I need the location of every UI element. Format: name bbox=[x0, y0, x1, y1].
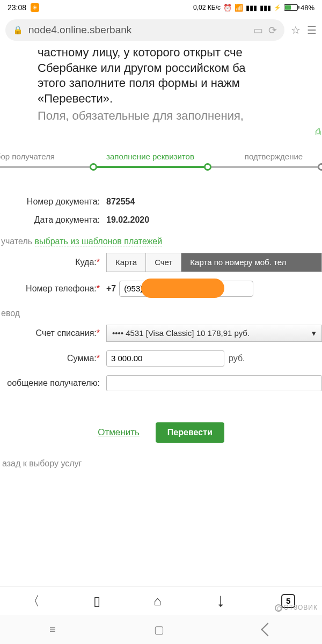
star-icon[interactable]: ☆ bbox=[291, 24, 301, 36]
transfer-section: евод bbox=[0, 301, 322, 320]
nav-bookmarks-icon[interactable]: ▯ bbox=[93, 594, 100, 609]
menu-icon[interactable]: ☰ bbox=[307, 24, 317, 36]
intro-sub: Поля, обязательные для заполнения, bbox=[38, 108, 322, 124]
lock-icon: 🔒 bbox=[13, 25, 23, 35]
amount-input[interactable] bbox=[106, 350, 224, 367]
doc-date-label: Дата документа: bbox=[0, 215, 106, 225]
message-label: ообщение получателю: bbox=[0, 378, 106, 388]
step-dot bbox=[204, 163, 211, 171]
transfer-form: Номер документа: 872554 Дата документа: … bbox=[0, 193, 322, 469]
amount-label: Сумма:* bbox=[0, 354, 106, 363]
currency-label: руб. bbox=[229, 354, 245, 363]
wifi-icon: 📶 bbox=[235, 4, 243, 12]
step-dot bbox=[318, 163, 322, 171]
browser-address-bar: 🔒 node4.online.sberbank ▭ ⟳ ☆ ☰ bbox=[0, 15, 322, 45]
browser-bottom-nav: 〈 ▯ ⌂ ⭣ 5 bbox=[0, 586, 322, 615]
account-label: Счет списания:* bbox=[0, 328, 106, 338]
signal-icon-1: ▮▮▮ bbox=[246, 4, 257, 12]
data-speed: 0,02 КБ/с bbox=[193, 4, 221, 11]
reload-icon[interactable]: ⟳ bbox=[268, 24, 277, 36]
intro-line: частному лицу, у которого открыт сче bbox=[38, 45, 322, 61]
doc-num-label: Номер документа: bbox=[0, 197, 106, 207]
destination-tabs: Карта Счет Карта по номеру моб. тел bbox=[106, 253, 322, 272]
status-bar: 23:08 0,02 КБ/с ⏰ 📶 ▮▮▮ ▮▮▮ ⚡ 48% bbox=[0, 0, 322, 15]
watermark: ОТЗОВИК bbox=[275, 604, 318, 612]
recipient-section: учатель выбрать из шаблонов платежей bbox=[0, 229, 322, 248]
tab-account[interactable]: Счет bbox=[146, 253, 181, 272]
doc-num-value: 872554 bbox=[106, 197, 135, 207]
back-link[interactable]: азад к выбору услуг bbox=[0, 443, 322, 469]
alarm-icon: ⏰ bbox=[223, 4, 232, 12]
tab-mobile[interactable]: Карта по номеру моб. тел bbox=[181, 253, 321, 272]
phone-prefix: +7 bbox=[106, 284, 116, 294]
nav-back-icon[interactable]: 〈 bbox=[27, 592, 40, 610]
intro-text: частному лицу, у которого открыт сче Сбе… bbox=[0, 45, 322, 124]
chevron-down-icon: ▾ bbox=[312, 328, 316, 338]
progress-steps: выбор получателя заполнение реквизитов п… bbox=[0, 149, 322, 175]
tab-card[interactable]: Карта bbox=[107, 253, 146, 272]
doc-date-value: 19.02.2020 bbox=[106, 215, 149, 225]
status-time: 23:08 bbox=[8, 3, 26, 12]
cancel-button[interactable]: Отменить bbox=[98, 427, 140, 438]
intro-line: «Перевести». bbox=[38, 91, 322, 107]
nav-home-icon[interactable]: ⌂ bbox=[153, 594, 162, 609]
step-details[interactable]: заполнение реквизитов bbox=[102, 152, 199, 161]
intro-line: этого заполните поля формы и нажм bbox=[38, 76, 322, 91]
account-select[interactable]: •••• 4531 [Visa Classic] 10 178,91 руб. … bbox=[106, 325, 322, 342]
phone-label: Номер телефона:* bbox=[0, 284, 106, 294]
system-nav: ≡ ▢ bbox=[0, 615, 322, 644]
nav-download-icon[interactable]: ⭣ bbox=[215, 594, 228, 609]
message-input[interactable] bbox=[106, 375, 322, 391]
signal-icon-2: ▮▮▮ bbox=[260, 4, 271, 12]
template-link[interactable]: выбрать из шаблонов платежей bbox=[35, 237, 163, 246]
bolt-icon: ⚡ bbox=[274, 4, 281, 11]
reader-icon[interactable]: ▭ bbox=[253, 24, 263, 36]
bookmark-star-icon[interactable]: ⎙ bbox=[0, 124, 322, 140]
sys-back-icon[interactable] bbox=[261, 623, 274, 636]
dest-label: Куда:* bbox=[0, 258, 106, 267]
battery-percent: 48% bbox=[301, 4, 314, 12]
url-field[interactable]: 🔒 node4.online.sberbank ▭ ⟳ bbox=[5, 19, 284, 41]
step-confirm[interactable]: подтверждение bbox=[225, 152, 322, 161]
account-value: •••• 4531 [Visa Classic] 10 178,91 руб. bbox=[112, 328, 250, 338]
url-text: node4.online.sberbank bbox=[28, 24, 248, 36]
submit-button[interactable]: Перевести bbox=[156, 422, 224, 443]
weather-icon bbox=[31, 3, 39, 12]
redaction-mark bbox=[141, 279, 224, 298]
intro-line: Сбербанке или другом российском ба bbox=[38, 61, 322, 76]
step-recipient[interactable]: выбор получателя bbox=[0, 152, 69, 161]
battery-icon bbox=[284, 4, 298, 11]
step-dot bbox=[90, 163, 97, 171]
sys-recent-icon[interactable]: ≡ bbox=[49, 624, 56, 636]
sys-home-icon[interactable]: ▢ bbox=[154, 623, 164, 636]
form-actions: Отменить Перевести bbox=[0, 422, 322, 443]
